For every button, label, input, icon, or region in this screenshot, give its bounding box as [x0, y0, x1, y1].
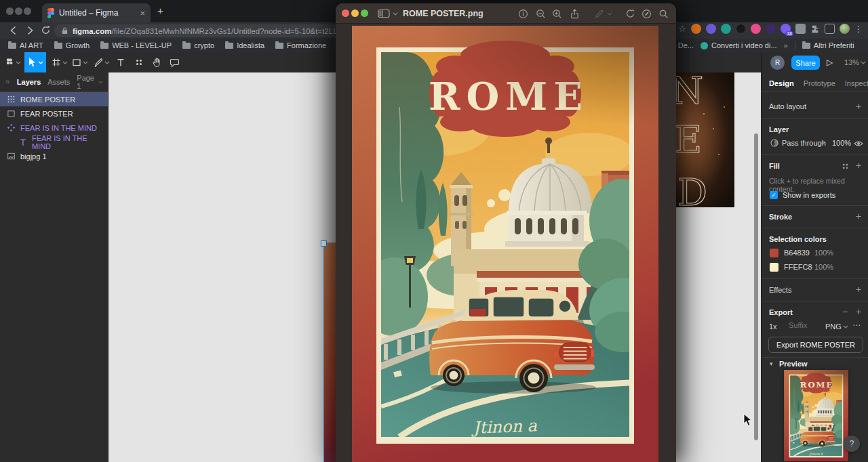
help-button[interactable]: ? — [844, 436, 860, 452]
pen-chevron-icon[interactable] — [607, 12, 612, 16]
show-in-exports-checkbox[interactable]: ✓ — [770, 191, 778, 199]
bookmark-star-icon[interactable]: ☆ — [678, 24, 686, 34]
tab-inspect[interactable]: Inspect — [845, 79, 868, 87]
metamask-extension-icon[interactable] — [691, 24, 701, 34]
layer-row-bigjpg[interactable]: bigjpg 1 — [0, 149, 108, 163]
reader-extension-icon[interactable] — [825, 24, 835, 34]
tab-prototype[interactable]: Prototype — [804, 79, 835, 87]
extensions-puzzle-icon[interactable] — [810, 24, 820, 34]
ghost-extension-icon[interactable] — [766, 24, 776, 34]
browser-zoom-button[interactable] — [24, 7, 31, 15]
zoom-out-icon[interactable] — [535, 9, 547, 19]
export-remove-icon[interactable]: − — [842, 308, 848, 316]
frame-tool[interactable] — [50, 52, 69, 72]
export-format-select[interactable]: PNG — [825, 322, 842, 331]
eye-icon[interactable] — [854, 140, 863, 147]
window-minimize-button[interactable] — [351, 9, 359, 17]
stroke-add-icon[interactable]: + — [856, 212, 861, 220]
window-close-button[interactable] — [342, 9, 349, 17]
present-button[interactable]: ▷ — [827, 58, 833, 67]
rome-poster-canvas-edge[interactable] — [323, 243, 336, 462]
export-scale-select[interactable]: 1x — [769, 322, 777, 331]
markup-icon[interactable] — [641, 9, 652, 19]
swatch-opacity[interactable]: 100% — [814, 263, 833, 271]
effects-add-icon[interactable]: + — [856, 285, 861, 293]
teal-extension-icon[interactable] — [721, 24, 731, 34]
swatch-opacity[interactable]: 100% — [814, 249, 833, 257]
layer-opacity-value[interactable]: 100% — [832, 139, 851, 147]
color-swatch[interactable] — [770, 263, 778, 272]
export-add-icon[interactable]: + — [856, 308, 861, 316]
bookmark-crypto[interactable]: crypto — [182, 41, 214, 49]
bookmark-web-level-up[interactable]: WEB - LEVEL-UP — [100, 41, 172, 49]
color-swatch[interactable] — [770, 249, 778, 257]
bookmark-de[interactable]: - De... — [673, 41, 694, 49]
browser-minimize-button[interactable] — [15, 7, 22, 15]
new-tab-button[interactable]: + — [157, 5, 163, 16]
chevron-down-icon[interactable] — [393, 12, 398, 16]
bookmark-formazione[interactable]: Formazione — [275, 41, 326, 49]
export-rome-poster-button[interactable]: Export ROME POSTER — [768, 337, 863, 353]
resources-tool[interactable] — [132, 52, 146, 72]
image-icon — [7, 152, 16, 161]
layer-row-fear-text[interactable]: FEAR IS IN THE MIND — [0, 135, 108, 149]
shape-tool[interactable] — [71, 52, 90, 72]
gray-extension-icon[interactable] — [795, 24, 806, 34]
profile-avatar[interactable] — [840, 24, 850, 34]
hand-tool[interactable] — [149, 52, 164, 72]
search-icon[interactable] — [5, 78, 10, 86]
bookmark-converti[interactable]: Converti i video di... — [701, 41, 777, 49]
layer-row-rome-poster[interactable]: ROME POSTER — [0, 92, 108, 106]
window-zoom-button[interactable] — [361, 9, 368, 17]
fear-poster-fragment[interactable]: N E D — [676, 72, 734, 207]
move-tool[interactable] — [24, 52, 46, 72]
dark-extension-icon[interactable] — [736, 24, 746, 34]
swatch-hex[interactable]: B64839 — [784, 249, 810, 257]
main-menu-button[interactable] — [3, 52, 23, 72]
preview-disclosure-icon[interactable]: ▾ — [770, 360, 773, 367]
zoom-level[interactable]: 13% — [844, 58, 859, 66]
swatch-hex[interactable]: FFEFC8 — [784, 263, 812, 271]
tab-close-icon[interactable]: × — [140, 8, 145, 18]
selection-handle[interactable] — [321, 240, 327, 247]
bookmark-altri-preferiti[interactable]: Altri Preferiti — [802, 41, 854, 49]
key-extension-icon[interactable] — [751, 24, 761, 34]
browser-menu-icon[interactable]: ⋮ — [854, 24, 863, 34]
page-selector[interactable]: Page 1 — [77, 74, 102, 90]
share-button[interactable]: Share — [791, 56, 820, 70]
highlight-pen-icon[interactable] — [593, 9, 605, 19]
bookmark-growth[interactable]: Growth — [54, 41, 90, 49]
zoom-in-icon[interactable] — [551, 9, 563, 19]
purple-extension-icon[interactable] — [706, 24, 716, 34]
tab-design[interactable]: Design — [769, 79, 794, 87]
info-icon[interactable] — [517, 9, 529, 19]
export-suffix-input[interactable] — [787, 320, 825, 330]
auto-layout-add-icon[interactable]: + — [856, 102, 861, 110]
bookmark-ai-art[interactable]: AI ART — [8, 41, 43, 49]
canvas-scrollbar[interactable] — [754, 133, 758, 440]
tab-assets[interactable]: Assets — [47, 78, 70, 86]
badged-extension-icon[interactable]: 18 — [781, 24, 791, 34]
search-icon[interactable] — [658, 9, 669, 19]
bookmarks-overflow-icon[interactable]: » — [784, 41, 788, 49]
fill-add-icon[interactable]: + — [856, 161, 861, 169]
reload-icon[interactable] — [41, 25, 51, 35]
text-tool[interactable] — [114, 52, 127, 72]
layer-row-fear-component[interactable]: FEAR IS IN THE MIND — [0, 121, 108, 135]
user-avatar[interactable]: R — [770, 56, 785, 70]
bookmark-idealista[interactable]: Idealista — [225, 41, 264, 49]
export-options-icon[interactable]: ⋯ — [852, 320, 861, 330]
browser-tab[interactable]: Untitled – Figma × — [42, 3, 151, 22]
sidebar-toggle-icon[interactable] — [378, 9, 390, 18]
pen-tool[interactable] — [92, 52, 111, 72]
comment-tool[interactable] — [167, 52, 182, 72]
share-icon[interactable] — [569, 9, 580, 19]
preview-window-titlebar[interactable]: ROME POSTER.png — [336, 3, 676, 24]
forward-icon[interactable] — [24, 25, 35, 36]
layer-row-fear-poster[interactable]: FEAR POSTER — [0, 106, 108, 121]
tab-layers[interactable]: Layers — [17, 78, 41, 86]
back-icon[interactable] — [8, 25, 19, 36]
browser-close-button[interactable] — [6, 7, 14, 15]
styles-icon[interactable] — [841, 162, 850, 171]
rotate-icon[interactable] — [625, 9, 636, 19]
